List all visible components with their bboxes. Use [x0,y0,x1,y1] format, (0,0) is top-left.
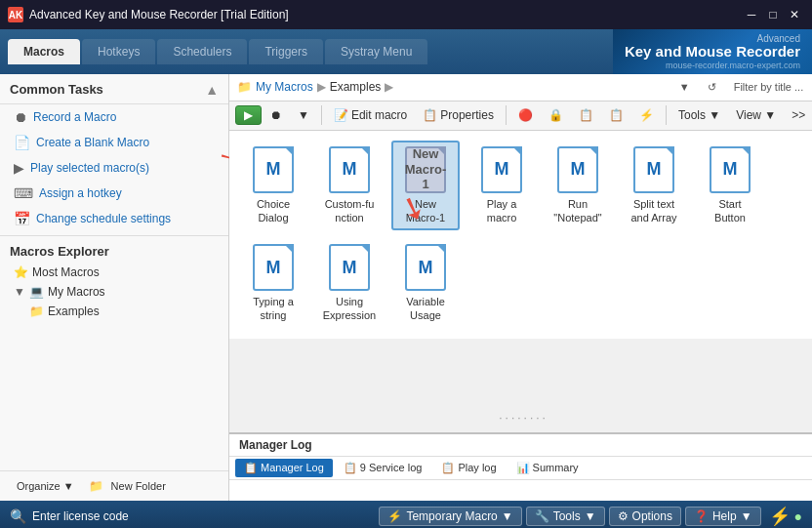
macro-using-expression[interactable]: M Using Expression [315,238,384,329]
sidebar-item-create[interactable]: 📄 Create a Blank Macro [0,130,228,155]
log-summary-icon: 📊 [516,462,530,474]
tree-examples[interactable]: 📁 Examples [0,302,228,321]
options-icon: ⚙ [618,509,629,523]
temp-dropdown-icon: ▼ [502,509,513,523]
log-service-icon: 📋 [344,462,357,474]
brand-title: Key and Mouse Recorder [625,44,800,61]
tab-schedulers[interactable]: Schedulers [157,39,247,64]
dots-separator: ········ [499,411,548,425]
breadcrumb-current: Examples [330,80,382,94]
macro-start-button[interactable]: M Start Button [696,141,764,231]
sidebar-item-hotkey[interactable]: ⌨ Assign a hotkey [0,181,228,206]
collapse-icon[interactable]: ▲ [205,82,219,98]
macro-icon-variable: M [405,244,446,291]
macro-icon-play: M [481,146,522,193]
sidebar-item-record[interactable]: ⏺ Record a Macro [0,104,228,130]
macro-typing[interactable]: M Typing a string [239,238,307,329]
help-dropdown-icon: ▼ [741,509,752,523]
macro-new-macro1[interactable]: NewMacro-1 New Macro-1 [391,141,460,231]
temporary-macro-button[interactable]: ⚡ Temporary Macro ▼ [379,507,521,526]
macro-play[interactable]: M Play a macro [467,141,536,231]
grid-wrapper: M Choice Dialog M Custom-fu nction NewMa… [229,131,812,432]
status-right: ⚡ ● [769,506,802,527]
log-play-icon: 📋 [441,462,455,474]
toolbar-action2[interactable]: 🔒 [542,105,570,125]
more-button[interactable]: >> [785,105,812,125]
tree-most-macros[interactable]: ⭐ Most Macros [0,263,228,282]
sidebar: Common Tasks ▲ ⏺ Record a Macro 📄 Create… [0,74,229,501]
filter-button[interactable]: Filter by title ... [727,78,811,96]
title-bar: AK Advanced Key and Mouse Recorder [Tria… [0,0,812,29]
breadcrumb-down-button[interactable]: ▼ [672,78,697,96]
divider2 [506,105,507,125]
macro-icon-notepad: M [557,146,598,193]
record-button[interactable]: ⏺ [264,105,289,125]
star-icon: ⭐ [14,265,28,279]
tab-systray[interactable]: Systray Menu [325,39,427,64]
breadcrumb-root[interactable]: My Macros [256,80,313,94]
macro-icon-start: M [710,146,751,193]
toolbar-action3[interactable]: 📋 [572,105,600,125]
tools-status-button[interactable]: 🔧 Tools ▼ [526,507,605,526]
status-indicator: ● [794,508,802,524]
macro-icon-custom: M [329,146,370,193]
organize-button[interactable]: Organize ▼ [10,477,81,495]
brand-subtitle: mouse-recorder.macro-expert.com [666,61,800,70]
macro-variable[interactable]: M Variable Usage [391,238,460,329]
edit-macro-button[interactable]: 📝 Edit macro [327,105,414,125]
tab-hotkeys[interactable]: Hotkeys [82,39,155,64]
new-folder-label[interactable]: New Folder [111,480,166,492]
macro-custom-function[interactable]: M Custom-fu nction [315,141,384,231]
macro-icon-typing: M [253,244,294,291]
toolbar-action5[interactable]: ⚡ [632,105,661,125]
macro-choice-dialog[interactable]: M Choice Dialog [239,141,307,231]
props-icon: 📋 [423,108,437,122]
app-icon: AK [8,7,23,22]
log-header: Manager Log [229,434,812,457]
log-tabs: 📋 Manager Log 📋 9 Service log 📋 Play log… [229,457,812,480]
log-tab-manager[interactable]: 📋 Manager Log [235,459,333,477]
options-button[interactable]: ⚙ Options [609,507,681,526]
macro-split-text[interactable]: M Split text and Array [620,141,688,231]
pc-icon: 💻 [29,285,44,299]
toolbar-action1[interactable]: 🔴 [511,105,540,125]
dropdown-button[interactable]: ▼ [291,105,316,125]
hotkey-icon: ⌨ [14,185,33,201]
expand-icon: ▼ [14,285,25,299]
sidebar-item-play[interactable]: ▶ Play selected macro(s) ➘ [0,155,228,181]
macro-icon-choice: M [253,146,294,193]
macros-grid: M Choice Dialog M Custom-fu nction NewMa… [229,131,812,339]
properties-button[interactable]: 📋 Properties [416,105,501,125]
tree-my-macros[interactable]: ▼ 💻 My Macros [0,282,228,302]
new-folder-icon: 📁 [89,479,103,493]
macros-explorer-header: Macros Explorer [0,235,228,263]
breadcrumb-sep2: ▶ [385,80,393,94]
minimize-button[interactable]: ─ [742,5,761,24]
bolt-icon: ⚡ [387,509,402,523]
tools-button[interactable]: Tools ▼ [671,105,727,125]
record-icon2: ⏺ [270,108,282,122]
play-button[interactable]: ▶ [235,105,262,125]
help-icon: ❓ [694,509,709,523]
sidebar-item-schedule[interactable]: 📅 Change schedule settings [0,206,228,231]
divider3 [666,105,667,125]
toolbar-action4[interactable]: 📋 [602,105,630,125]
log-tab-service[interactable]: 📋 9 Service log [335,459,431,477]
close-button[interactable]: ✕ [785,5,804,24]
view-button[interactable]: View ▼ [729,105,783,125]
help-button[interactable]: ❓ Help ▼ [685,507,761,526]
log-tab-summary[interactable]: 📊 Summary [508,459,588,477]
tab-triggers[interactable]: Triggers [249,39,323,64]
enter-license-label[interactable]: Enter license code [32,509,129,523]
status-center: ⚡ Temporary Macro ▼ 🔧 Tools ▼ ⚙ Options … [379,507,760,526]
log-tab-play[interactable]: 📋 Play log [432,459,505,477]
breadcrumb-refresh-button[interactable]: ↺ [701,78,723,97]
status-left: 🔍 Enter license code [10,508,129,524]
maximize-button[interactable]: □ [763,5,783,24]
edit-icon: 📝 [334,108,348,122]
breadcrumb: My Macros ▶ Examples ▶ [256,80,393,94]
macro-run-notepad[interactable]: M Run "Notepad" [544,141,612,231]
app-title: Advanced Key and Mouse Recorder [Trial E… [29,8,289,21]
tab-macros[interactable]: Macros [8,39,80,64]
lightning-icon: ⚡ [769,506,791,527]
